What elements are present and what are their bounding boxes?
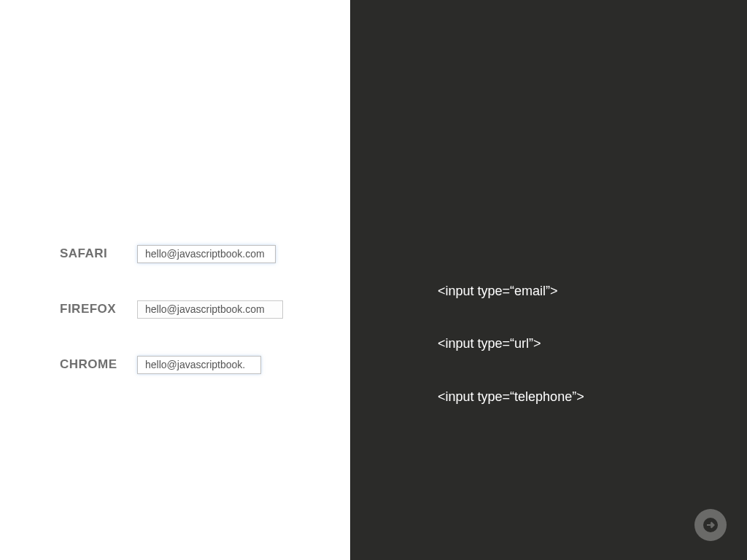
input-preview-firefox: hello@javascriptbook.com (137, 300, 283, 319)
browser-row-chrome: CHROME hello@javascriptbook. (60, 354, 350, 375)
slide: SAFARI hello@javascriptbook.com FIREFOX … (0, 0, 747, 560)
code-line: <input type=“url”> (438, 335, 747, 352)
left-panel: SAFARI hello@javascriptbook.com FIREFOX … (0, 0, 350, 560)
code-block: <input type=“email”> <input type=“url”> … (438, 246, 747, 441)
input-preview-safari: hello@javascriptbook.com (137, 245, 276, 263)
next-button[interactable] (694, 509, 727, 541)
right-panel: <input type=“email”> <input type=“url”> … (350, 0, 747, 560)
browser-row-safari: SAFARI hello@javascriptbook.com (60, 244, 350, 264)
code-line: <input type=“email”> (438, 282, 747, 300)
arrow-right-circle-icon (702, 516, 719, 534)
browser-row-firefox: FIREFOX hello@javascriptbook.com (60, 299, 350, 319)
input-preview-chrome: hello@javascriptbook. (137, 356, 261, 374)
code-line: <input type=“telephone”> (438, 388, 747, 405)
browser-label-chrome: CHROME (60, 357, 137, 372)
browser-label-firefox: FIREFOX (60, 302, 137, 316)
browser-label-safari: SAFARI (60, 246, 137, 261)
